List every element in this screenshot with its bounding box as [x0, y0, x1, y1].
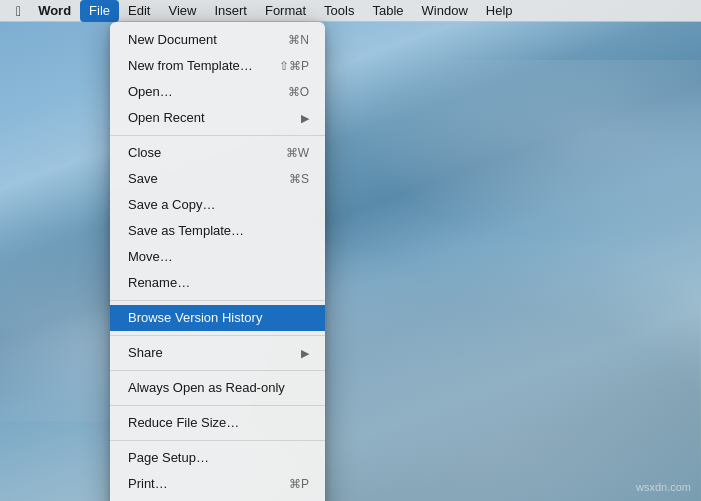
menu-separator-1 — [110, 135, 325, 136]
menu-item-share[interactable]: Share ▶ — [110, 340, 325, 366]
menu-item-reduce-file-size[interactable]: Reduce File Size… — [110, 410, 325, 436]
menu-item-label: New Document — [128, 30, 217, 50]
menu-item-shortcut: ⌘P — [289, 474, 309, 494]
menu-item-shortcut: ⇧⌘P — [279, 56, 309, 76]
menu-separator-3 — [110, 335, 325, 336]
menu-separator-5 — [110, 405, 325, 406]
menu-item-label: Rename… — [128, 273, 190, 293]
menu-item-label: Share — [128, 343, 163, 363]
menu-item-shortcut: ⌘N — [288, 30, 309, 50]
menubar-table[interactable]: Table — [363, 0, 412, 22]
menu-item-shortcut: ⌘O — [288, 82, 309, 102]
menu-item-label: New from Template… — [128, 56, 253, 76]
menu-item-label: Move… — [128, 247, 173, 267]
menubar:  Word File Edit View Insert Format Tool… — [0, 0, 701, 22]
menu-item-print[interactable]: Print… ⌘P — [110, 471, 325, 497]
menu-item-page-setup[interactable]: Page Setup… — [110, 445, 325, 471]
menubar-window[interactable]: Window — [413, 0, 477, 22]
menu-item-move[interactable]: Move… — [110, 244, 325, 270]
menu-item-label: Close — [128, 143, 161, 163]
menubar-file[interactable]: File — [80, 0, 119, 22]
watermark: wsxdn.com — [636, 481, 691, 493]
menu-item-label: Reduce File Size… — [128, 413, 239, 433]
desktop-background — [0, 0, 701, 501]
menu-separator-2 — [110, 300, 325, 301]
menubar-edit[interactable]: Edit — [119, 0, 159, 22]
menu-item-label: Browse Version History — [128, 308, 262, 328]
menu-item-always-open-read-only[interactable]: Always Open as Read-only — [110, 375, 325, 401]
menubar-format[interactable]: Format — [256, 0, 315, 22]
menu-item-label: Page Setup… — [128, 448, 209, 468]
menu-item-new-document[interactable]: New Document ⌘N — [110, 27, 325, 53]
menu-item-shortcut: ⌘S — [289, 169, 309, 189]
menu-separator-6 — [110, 440, 325, 441]
menu-item-label: Save as Template… — [128, 221, 244, 241]
submenu-arrow-icon: ▶ — [301, 108, 309, 128]
cloud-3 — [351, 60, 701, 240]
menu-item-label: Save a Copy… — [128, 195, 215, 215]
menubar-view[interactable]: View — [159, 0, 205, 22]
menubar-tools[interactable]: Tools — [315, 0, 363, 22]
menu-item-label: Save — [128, 169, 158, 189]
menu-item-close[interactable]: Close ⌘W — [110, 140, 325, 166]
menu-item-open[interactable]: Open… ⌘O — [110, 79, 325, 105]
menu-item-label: Always Open as Read-only — [128, 378, 285, 398]
menubar-insert[interactable]: Insert — [205, 0, 256, 22]
menu-item-rename[interactable]: Rename… — [110, 270, 325, 296]
menu-item-open-recent[interactable]: Open Recent ▶ — [110, 105, 325, 131]
apple-menu[interactable]:  — [8, 0, 29, 22]
menubar-word[interactable]: Word — [29, 0, 80, 22]
menu-item-save-as-template[interactable]: Save as Template… — [110, 218, 325, 244]
menu-separator-4 — [110, 370, 325, 371]
menu-item-label: Open… — [128, 82, 173, 102]
menu-item-label: Print… — [128, 474, 168, 494]
menu-item-label: Open Recent — [128, 108, 205, 128]
submenu-arrow-icon: ▶ — [301, 343, 309, 363]
menu-item-browse-version-history[interactable]: Browse Version History — [110, 305, 325, 331]
menu-item-shortcut: ⌘W — [286, 143, 309, 163]
menu-item-save[interactable]: Save ⌘S — [110, 166, 325, 192]
menu-item-new-from-template[interactable]: New from Template… ⇧⌘P — [110, 53, 325, 79]
menubar-help[interactable]: Help — [477, 0, 522, 22]
menu-item-save-a-copy[interactable]: Save a Copy… — [110, 192, 325, 218]
file-menu-dropdown: New Document ⌘N New from Template… ⇧⌘P O… — [110, 22, 325, 501]
